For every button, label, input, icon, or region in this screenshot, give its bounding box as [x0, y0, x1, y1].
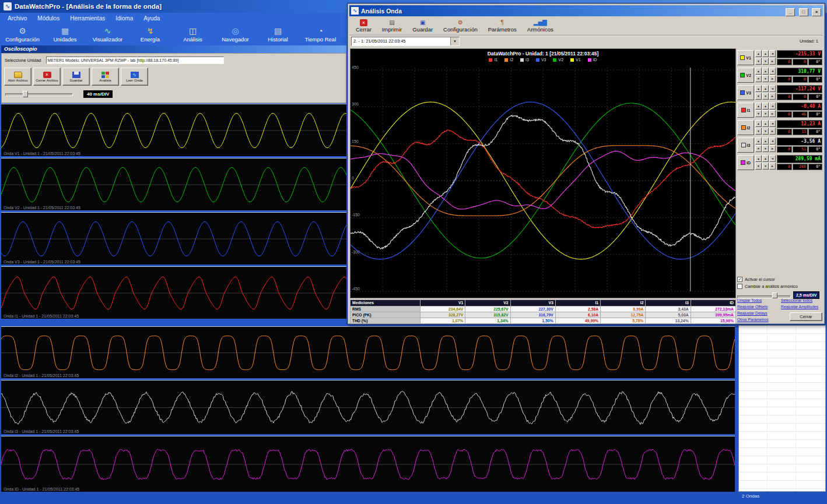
delay-left-button-i1[interactable]: ◄ [769, 103, 776, 110]
channel-select-id[interactable]: ID [737, 155, 754, 170]
toolbar-energia[interactable]: ↯Energía [129, 23, 171, 45]
gain-up-button-v2[interactable]: ▲ [762, 68, 769, 75]
combo-dropdown-icon[interactable]: ▼ [450, 37, 459, 45]
gain-up-button-i2[interactable]: ▲ [762, 120, 769, 127]
channel-select-i3[interactable]: I3 [737, 138, 754, 153]
gain-down-button-v2[interactable]: ▼ [762, 75, 769, 82]
gain-down-button-id[interactable]: ▼ [762, 163, 769, 170]
minimize-button[interactable]: _ [786, 8, 795, 16]
waveform-strip-id[interactable]: Onda ID - Unidad 1 - 21/05/2011 22:03:45 [1, 436, 735, 492]
gain-up-button-i3[interactable]: ▲ [762, 138, 769, 144]
offset-up-button-v3[interactable]: ▲ [755, 85, 762, 92]
waveform-strip-v2[interactable]: Onda V2 - Unidad 1 - 21/05/2011 22:03:45 [1, 158, 346, 210]
delay-left-button-v3[interactable]: ◄ [769, 85, 776, 92]
channel-select-v2[interactable]: V2 [737, 68, 754, 83]
gain-down-button-i2[interactable]: ▼ [762, 128, 769, 135]
waveform-strip-i1[interactable]: Onda I1 - Unidad 1 - 21/05/2011 22:03:45 [1, 266, 346, 319]
offset-up-button-i1[interactable]: ▲ [755, 103, 762, 110]
gain-up-button-v1[interactable]: ▲ [762, 50, 769, 57]
delay-right-button-v3[interactable]: ► [769, 93, 776, 100]
unit-field[interactable]: METER1 Modelo: UNIVERSAL 3PM RZWP - lab … [46, 57, 224, 64]
delay-right-button-i2[interactable]: ► [769, 128, 776, 135]
offset-up-button-id[interactable]: ▲ [755, 155, 762, 162]
offset-down-button-v2[interactable]: ▼ [755, 75, 762, 82]
link-reajustar-offsets[interactable]: Reajustar Offsets [737, 305, 780, 311]
menu-archivo[interactable]: Archivo [2, 14, 32, 23]
waveform-strip-v3[interactable]: Onda V3 - Unidad 1 - 21/05/2011 22:03:45 [1, 212, 346, 265]
gain-up-button-v3[interactable]: ▲ [762, 85, 769, 92]
toolbar-historial[interactable]: ▤Historial [257, 23, 299, 45]
osc-button-guardar[interactable]: Guardar [62, 68, 90, 86]
toolbar-unidades[interactable]: ▦Unidades [44, 23, 86, 45]
delay-right-button-i1[interactable]: ► [769, 110, 776, 117]
analysis-timebase-slider[interactable] [737, 292, 791, 299]
toolbar-visualizador[interactable]: ∿Visualizador [86, 23, 129, 45]
cursor-checkbox[interactable]: ✓ [737, 277, 742, 282]
delay-left-button-id[interactable]: ◄ [769, 155, 776, 162]
gain-down-button-i3[interactable]: ▼ [762, 145, 769, 152]
link-limpiar-todos[interactable]: Limpiar Todos [737, 298, 780, 305]
dialog-toolbar-imprimir[interactable]: ▤Imprimir [377, 18, 407, 33]
delay-left-button-i2[interactable]: ◄ [769, 120, 776, 127]
close-window-button[interactable]: × [812, 8, 821, 16]
offset-down-button-v1[interactable]: ▼ [755, 58, 762, 65]
waveform-strip-i3[interactable]: Onda I3 - Unidad 1 - 21/05/2011 22:03:45 [1, 380, 735, 434]
record-select[interactable]: 2. - 1: 21/05/2011 22:03:45 ▼ [351, 37, 460, 46]
delay-left-button-i3[interactable]: ◄ [769, 138, 776, 144]
timebase-slider[interactable] [5, 90, 73, 98]
gain-up-button-id[interactable]: ▲ [762, 155, 769, 162]
offset-up-button-v1[interactable]: ▲ [755, 50, 762, 57]
delay-left-button-v2[interactable]: ◄ [769, 68, 776, 75]
offset-down-button-i3[interactable]: ▼ [755, 145, 762, 152]
offset-down-button-v3[interactable]: ▼ [755, 93, 762, 100]
offset-up-button-v2[interactable]: ▲ [755, 68, 762, 75]
offset-up-button-i3[interactable]: ▲ [755, 138, 762, 144]
gain-down-button-v3[interactable]: ▼ [762, 93, 769, 100]
osc-button-analisis[interactable]: Análisis [92, 68, 119, 86]
dialog-toolbar-configuracion[interactable]: ⚙Configuración [438, 18, 483, 33]
channel-select-i2[interactable]: I2 [737, 120, 754, 135]
dialog-toolbar-guardar[interactable]: ▣Guardar [407, 18, 438, 33]
cursor-checkbox-row[interactable]: ✓ Activar el cursor [737, 276, 824, 283]
channel-select-i1[interactable]: I1 [737, 103, 754, 118]
menu-idioma[interactable]: Idioma [110, 14, 138, 23]
maximize-button[interactable]: □ [799, 8, 808, 16]
dialog-toolbar-cerrar[interactable]: ×Cerrar [351, 19, 377, 33]
offset-up-button-i2[interactable]: ▲ [755, 120, 762, 127]
gain-down-button-i1[interactable]: ▼ [762, 110, 769, 117]
waveform-list-panel[interactable] [738, 325, 826, 492]
gain-down-button-v1[interactable]: ▼ [762, 58, 769, 65]
offset-down-button-i2[interactable]: ▼ [755, 128, 762, 135]
link-seleccionar-todos[interactable]: Seleccionar todos [781, 298, 824, 305]
dialog-titlebar[interactable]: ∿ Análisis Onda _ □ × [349, 5, 823, 16]
waveform-strip-i2[interactable]: Onda I2 - Unidad 1 - 21/05/2011 22:03:45 [1, 326, 735, 378]
offset-down-button-id[interactable]: ▼ [755, 163, 762, 170]
delay-right-button-v2[interactable]: ► [769, 75, 776, 82]
toolbar-tiempo-real[interactable]: ◔Tiempo Real [299, 23, 342, 45]
channel-select-v3[interactable]: V3 [737, 85, 754, 100]
link-otros-parametros[interactable]: Otros Parámetros [737, 318, 780, 324]
menu-modulos[interactable]: Módulos [32, 14, 65, 23]
channel-select-v1[interactable]: V1 [737, 50, 754, 65]
delay-right-button-v1[interactable]: ► [769, 58, 776, 65]
delay-left-button-v1[interactable]: ◄ [769, 50, 776, 57]
gain-up-button-i1[interactable]: ▲ [762, 103, 769, 110]
analysis-timebase-slider-thumb[interactable] [772, 292, 777, 298]
osc-button-cerrar-archivo[interactable]: ×Cerrar Archivo [33, 68, 61, 86]
menu-herramientas[interactable]: Herramientas [65, 14, 110, 23]
harmonic-checkbox-row[interactable]: Cambiar a análisis armónico [737, 283, 824, 290]
dialog-cerrar-button[interactable]: Cerrar [790, 312, 822, 321]
waveform-strip-v1[interactable]: Onda V1 - Unidad 1 - 21/05/2011 22:03:45 [1, 104, 346, 156]
delay-right-button-i3[interactable]: ► [769, 145, 776, 152]
timebase-slider-thumb[interactable] [23, 91, 28, 97]
toolbar-navegador[interactable]: ◎Navegador [214, 23, 257, 45]
osc-button-abrir-archivo[interactable]: Abrir Archivo [4, 68, 31, 86]
dialog-toolbar-armonicos[interactable]: ▂▅▇Armónicos [522, 18, 559, 33]
link-reajustar-amplitudes[interactable]: Reajustar Amplitudes [781, 305, 824, 311]
menu-ayuda[interactable]: Ayuda [138, 14, 165, 23]
toolbar-analisis[interactable]: ◫Análisis [171, 23, 214, 45]
offset-down-button-i1[interactable]: ▼ [755, 110, 762, 117]
delay-right-button-id[interactable]: ► [769, 163, 776, 170]
harmonic-checkbox[interactable] [737, 284, 742, 289]
link-reajustar-delays[interactable]: Reajustar Delays [737, 311, 780, 318]
